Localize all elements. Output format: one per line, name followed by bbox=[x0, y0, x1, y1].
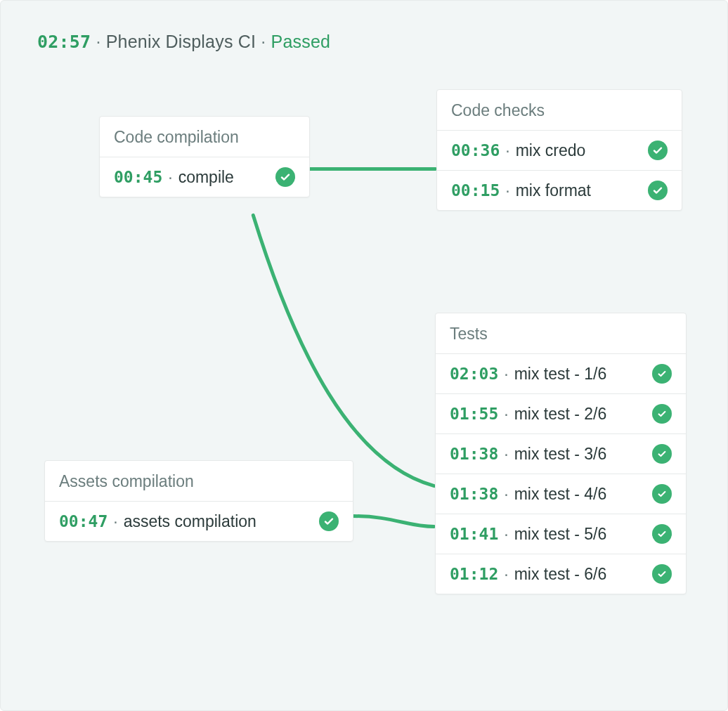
job-mix-test-6[interactable]: 01:12 · mix test - 6/6 bbox=[436, 554, 686, 594]
separator: · bbox=[504, 565, 508, 584]
job-label: mix test - 1/6 bbox=[514, 365, 646, 384]
job-duration: 00:15 bbox=[451, 181, 500, 200]
separator: · bbox=[504, 485, 508, 504]
job-mix-test-4[interactable]: 01:38 · mix test - 4/6 bbox=[436, 474, 686, 514]
job-label: mix test - 5/6 bbox=[514, 525, 646, 544]
separator: · bbox=[504, 525, 508, 544]
job-duration: 01:55 bbox=[450, 405, 498, 423]
check-circle-icon bbox=[275, 167, 295, 187]
job-label: mix credo bbox=[516, 141, 642, 160]
stage-code-checks[interactable]: Code checks 00:36 · mix credo 00:15 · mi… bbox=[436, 89, 682, 211]
job-mix-test-2[interactable]: 01:55 · mix test - 2/6 bbox=[436, 393, 686, 433]
job-duration: 00:36 bbox=[451, 141, 500, 159]
job-label: assets compilation bbox=[124, 512, 313, 531]
pipeline-header: 02:57 · Phenix Displays CI · Passed bbox=[37, 32, 330, 52]
pipeline-canvas: 02:57 · Phenix Displays CI · Passed Code… bbox=[0, 0, 728, 711]
stage-title: Code checks bbox=[437, 90, 682, 130]
job-mix-test-3[interactable]: 01:38 · mix test - 3/6 bbox=[436, 433, 686, 474]
separator: · bbox=[96, 32, 100, 51]
stage-assets-compilation[interactable]: Assets compilation 00:47 · assets compil… bbox=[44, 460, 353, 542]
job-duration: 01:12 bbox=[450, 565, 498, 583]
separator: · bbox=[504, 365, 508, 384]
pipeline-name: Phenix Displays CI bbox=[106, 32, 256, 51]
separator: · bbox=[261, 32, 266, 51]
job-assets-compilation[interactable]: 00:47 · assets compilation bbox=[45, 501, 353, 541]
stage-title: Code compilation bbox=[100, 117, 309, 157]
stage-code-compilation[interactable]: Code compilation 00:45 · compile bbox=[99, 116, 310, 197]
check-circle-icon bbox=[652, 484, 672, 504]
job-label: mix test - 4/6 bbox=[514, 485, 646, 504]
job-label: mix test - 6/6 bbox=[514, 565, 646, 584]
check-circle-icon bbox=[319, 511, 339, 531]
job-duration: 01:38 bbox=[450, 445, 498, 463]
separator: · bbox=[168, 168, 172, 187]
job-label: compile bbox=[178, 168, 270, 187]
separator: · bbox=[113, 512, 117, 531]
job-label: mix format bbox=[516, 181, 642, 200]
pipeline-duration: 02:57 bbox=[37, 32, 91, 52]
stage-tests[interactable]: Tests 02:03 · mix test - 1/6 01:55 · mix… bbox=[435, 313, 687, 594]
stage-title: Tests bbox=[436, 313, 686, 353]
job-mix-test-5[interactable]: 01:41 · mix test - 5/6 bbox=[436, 514, 686, 554]
check-circle-icon bbox=[652, 524, 672, 544]
separator: · bbox=[505, 181, 509, 200]
job-label: mix test - 2/6 bbox=[514, 405, 646, 424]
stage-title: Assets compilation bbox=[45, 461, 353, 501]
check-circle-icon bbox=[652, 444, 672, 464]
job-duration: 00:47 bbox=[59, 512, 108, 530]
check-circle-icon bbox=[648, 141, 668, 160]
job-duration: 00:45 bbox=[114, 168, 162, 186]
job-mix-format[interactable]: 00:15 · mix format bbox=[437, 170, 682, 210]
job-duration: 02:03 bbox=[450, 365, 498, 383]
separator: · bbox=[505, 141, 509, 160]
job-label: mix test - 3/6 bbox=[514, 445, 646, 464]
job-mix-test-1[interactable]: 02:03 · mix test - 1/6 bbox=[436, 353, 686, 393]
check-circle-icon bbox=[652, 564, 672, 584]
check-circle-icon bbox=[648, 181, 668, 200]
job-duration: 01:41 bbox=[450, 525, 498, 543]
job-duration: 01:38 bbox=[450, 485, 498, 503]
job-compile[interactable]: 00:45 · compile bbox=[100, 157, 309, 197]
separator: · bbox=[504, 405, 508, 424]
job-mix-credo[interactable]: 00:36 · mix credo bbox=[437, 130, 682, 170]
check-circle-icon bbox=[652, 404, 672, 424]
check-circle-icon bbox=[652, 364, 672, 384]
separator: · bbox=[504, 445, 508, 464]
pipeline-status: Passed bbox=[271, 32, 331, 51]
